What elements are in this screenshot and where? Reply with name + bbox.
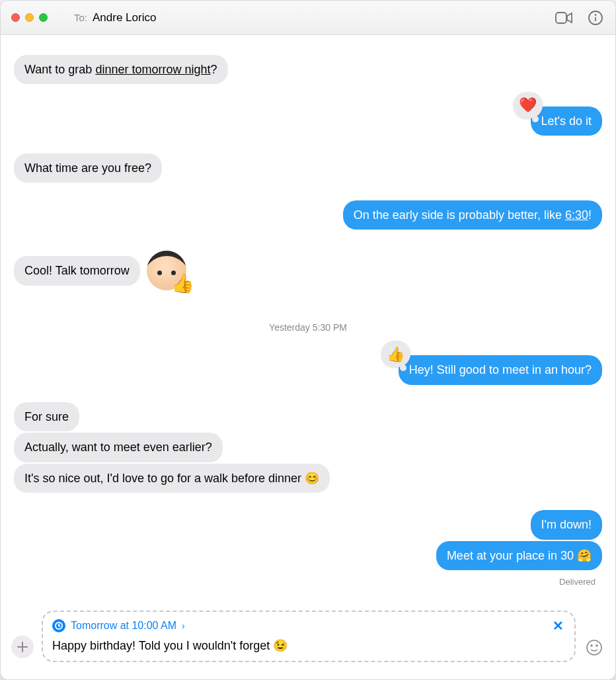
message-incoming[interactable]: Cool! Talk tomorrow 👍: [14, 247, 602, 294]
compose-area: Tomorrow at 10:00 AM › ✕ Happy birthday!…: [1, 604, 615, 679]
message-incoming[interactable]: It's so nice out, I'd love to go for a w…: [14, 464, 602, 493]
svg-point-8: [591, 645, 592, 646]
emoji-picker-button[interactable]: [584, 637, 605, 658]
schedule-time-label[interactable]: Tomorrow at 10:00 AM: [71, 620, 176, 632]
message-text: For sure: [24, 410, 69, 423]
message-input[interactable]: Happy birthday! Told you I wouldn't forg…: [52, 638, 565, 653]
delivery-status: Delivered: [14, 577, 602, 587]
svg-point-9: [596, 645, 597, 646]
message-incoming[interactable]: Want to grab dinner tomorrow night?: [14, 55, 602, 84]
data-detector-link[interactable]: 6:30: [565, 208, 588, 222]
info-icon[interactable]: [586, 10, 605, 26]
timestamp-divider: Yesterday 5:30 PM: [14, 322, 602, 333]
message-text: On the early side is probably better, li…: [354, 208, 565, 222]
message-text: Hey! Still good to meet in an hour?: [409, 363, 592, 376]
messages-window: To: Andre Lorico Want to grab dinner tom…: [0, 0, 616, 680]
data-detector-link[interactable]: dinner tomorrow night: [95, 63, 210, 76]
message-incoming[interactable]: Actually, want to meet even earlier?: [14, 433, 602, 462]
recipient-name[interactable]: Andre Lorico: [93, 11, 156, 24]
window-controls: [11, 13, 48, 22]
message-text: Actually, want to meet even earlier?: [24, 441, 212, 454]
fullscreen-window-button[interactable]: [39, 13, 48, 22]
message-outgoing[interactable]: 👍 Hey! Still good to meet in an hour?: [14, 355, 602, 384]
tapback-heart[interactable]: ❤️: [514, 92, 543, 118]
message-outgoing[interactable]: Meet at your place in 30 🤗: [14, 541, 602, 570]
compose-box[interactable]: Tomorrow at 10:00 AM › ✕ Happy birthday!…: [42, 611, 576, 662]
titlebar: To: Andre Lorico: [1, 1, 615, 35]
message-outgoing[interactable]: ❤️ Let's do it: [14, 106, 602, 136]
svg-rect-0: [556, 13, 566, 23]
facetime-video-icon[interactable]: [555, 10, 573, 26]
message-text: It's so nice out, I'd love to go for a w…: [24, 472, 319, 485]
message-outgoing[interactable]: On the early side is probably better, li…: [14, 200, 602, 230]
add-attachment-button[interactable]: [11, 636, 34, 658]
message-text: I'm down!: [541, 518, 592, 531]
message-text: Cool! Talk tomorrow: [24, 264, 130, 277]
tapback-thumbs-up[interactable]: 👍: [381, 341, 410, 367]
svg-point-7: [587, 640, 601, 655]
message-text: Meet at your place in 30 🤗: [447, 549, 592, 562]
chevron-right-icon: ›: [182, 620, 185, 631]
memoji-sticker[interactable]: 👍: [143, 247, 190, 294]
message-text: What time are you free?: [24, 161, 151, 175]
message-incoming[interactable]: What time are you free?: [14, 153, 602, 183]
message-outgoing[interactable]: I'm down!: [14, 510, 602, 539]
message-text: Let's do it: [541, 114, 592, 128]
minimize-window-button[interactable]: [25, 13, 34, 22]
plus-icon: [17, 641, 28, 653]
message-text: Want to grab: [24, 63, 95, 76]
close-window-button[interactable]: [11, 13, 20, 22]
emoji-icon: [586, 639, 603, 656]
svg-point-3: [596, 15, 596, 15]
dismiss-schedule-button[interactable]: ✕: [551, 618, 565, 633]
conversation-scroll[interactable]: Want to grab dinner tomorrow night? ❤️ L…: [1, 35, 615, 604]
schedule-send-row[interactable]: Tomorrow at 10:00 AM › ✕: [52, 618, 565, 633]
message-incoming[interactable]: For sure: [14, 402, 602, 431]
to-label: To:: [74, 12, 87, 23]
schedule-clock-icon: [52, 619, 65, 632]
